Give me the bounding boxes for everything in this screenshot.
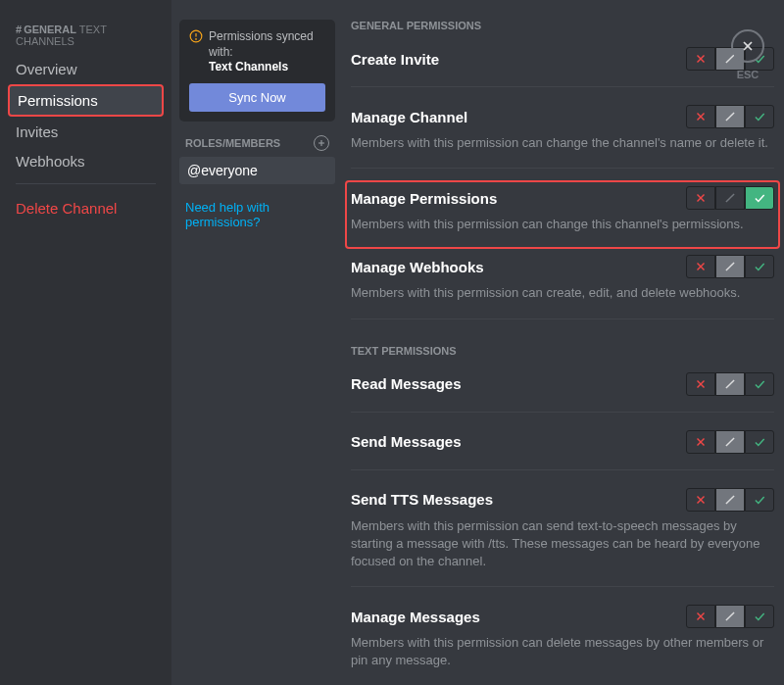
svg-line-16: [726, 263, 734, 270]
toggle-allow[interactable]: [745, 186, 774, 210]
toggle-deny[interactable]: [686, 488, 715, 512]
toggle-neutral[interactable]: [715, 105, 745, 128]
svg-line-28: [726, 612, 734, 620]
svg-line-19: [726, 379, 734, 387]
perm-toggle-read-messages[interactable]: [686, 372, 774, 396]
sidebar-item-delete-channel[interactable]: Delete Channel: [8, 194, 164, 222]
sidebar-item-permissions[interactable]: Permissions: [8, 84, 164, 117]
perm-desc: Members with this permission can change …: [351, 216, 774, 233]
perm-manage-messages: Manage Messages Members with this permis…: [351, 605, 774, 685]
toggle-allow[interactable]: [745, 605, 774, 628]
toggle-deny[interactable]: [686, 605, 715, 628]
toggle-deny[interactable]: [686, 186, 715, 210]
add-role-icon[interactable]: [314, 135, 329, 151]
perm-desc: Members with this permission can send te…: [351, 517, 774, 571]
toggle-deny[interactable]: [686, 47, 715, 71]
perm-title: Manage Channel: [351, 109, 467, 125]
toggle-neutral[interactable]: [715, 372, 745, 396]
roles-column: Permissions synced with: Text Channels S…: [172, 0, 343, 685]
perm-toggle-manage-permissions[interactable]: [686, 186, 774, 210]
warning-icon: [189, 29, 203, 75]
perm-manage-permissions: Manage Permissions Members with this per…: [351, 186, 774, 233]
perm-title: Read Messages: [351, 375, 462, 392]
toggle-neutral[interactable]: [715, 430, 745, 454]
toggle-neutral[interactable]: [715, 255, 745, 278]
perm-desc: Members with this permission can change …: [351, 134, 774, 152]
close-button[interactable]: [731, 29, 764, 63]
perm-title: Manage Webhooks: [351, 259, 484, 275]
toggle-allow[interactable]: [745, 105, 774, 128]
toggle-allow[interactable]: [745, 372, 774, 396]
settings-sidebar: #GENERAL TEXT CHANNELS Overview Permissi…: [0, 0, 172, 685]
perm-title: Send Messages: [351, 433, 462, 450]
perm-title: Manage Messages: [351, 609, 480, 625]
svg-line-13: [726, 194, 734, 202]
esc-label: ESC: [731, 69, 764, 80]
perm-title: Manage Permissions: [351, 190, 497, 207]
perm-toggle-manage-webhooks[interactable]: [686, 255, 774, 278]
general-permissions-heading: GENERAL PERMISSIONS: [351, 20, 774, 31]
toggle-neutral[interactable]: [715, 605, 745, 628]
perm-desc: Members with this permission can create,…: [351, 284, 774, 302]
perm-title: Send TTS Messages: [351, 491, 493, 508]
toggle-allow[interactable]: [745, 430, 774, 454]
toggle-deny[interactable]: [686, 255, 715, 278]
sync-now-button[interactable]: Sync Now: [189, 83, 325, 112]
perm-toggle-manage-channel[interactable]: [686, 105, 774, 128]
permissions-main: GENERAL PERMISSIONS Create Invite Manage…: [343, 0, 784, 685]
perm-toggle-send-tts[interactable]: [686, 488, 774, 512]
highlight-manage-permissions: Manage Permissions Members with this per…: [345, 180, 780, 249]
sidebar-item-invites[interactable]: Invites: [8, 118, 164, 146]
svg-line-25: [726, 495, 734, 503]
sidebar-item-overview[interactable]: Overview: [8, 55, 164, 83]
perm-title: Create Invite: [351, 51, 439, 68]
sidebar-item-webhooks[interactable]: Webhooks: [8, 147, 164, 175]
sync-panel: Permissions synced with: Text Channels S…: [179, 20, 335, 122]
perm-manage-webhooks: Manage Webhooks Members with this permis…: [351, 255, 774, 318]
svg-line-10: [726, 113, 734, 121]
help-permissions-link[interactable]: Need help with permissions?: [179, 184, 335, 245]
perm-send-messages: Send Messages: [351, 430, 774, 470]
perm-toggle-send-messages[interactable]: [686, 430, 774, 454]
toggle-deny[interactable]: [686, 430, 715, 454]
text-permissions-heading: TEXT PERMISSIONS: [351, 345, 774, 357]
close-area: ESC: [731, 29, 764, 80]
sync-text: Permissions synced with: Text Channels: [209, 29, 325, 75]
toggle-neutral[interactable]: [715, 488, 745, 512]
svg-line-22: [726, 437, 734, 445]
toggle-deny[interactable]: [686, 372, 715, 396]
svg-point-2: [196, 39, 197, 40]
roles-members-header: ROLES/MEMBERS: [179, 135, 335, 157]
toggle-deny[interactable]: [686, 105, 715, 128]
perm-desc: Members with this permission can delete …: [351, 634, 774, 669]
perm-manage-channel: Manage Channel Members with this permiss…: [351, 105, 774, 169]
role-everyone[interactable]: @everyone: [179, 157, 335, 184]
toggle-allow[interactable]: [745, 488, 774, 512]
sidebar-divider: [16, 183, 156, 184]
toggle-neutral[interactable]: [715, 186, 745, 210]
perm-read-messages: Read Messages: [351, 372, 774, 413]
perm-create-invite: Create Invite: [351, 47, 774, 87]
hash-icon: #: [16, 24, 22, 35]
toggle-allow[interactable]: [745, 255, 774, 278]
sidebar-header: #GENERAL TEXT CHANNELS: [8, 20, 164, 55]
perm-send-tts: Send TTS Messages Members with this perm…: [351, 488, 774, 588]
perm-toggle-manage-messages[interactable]: [686, 605, 774, 628]
